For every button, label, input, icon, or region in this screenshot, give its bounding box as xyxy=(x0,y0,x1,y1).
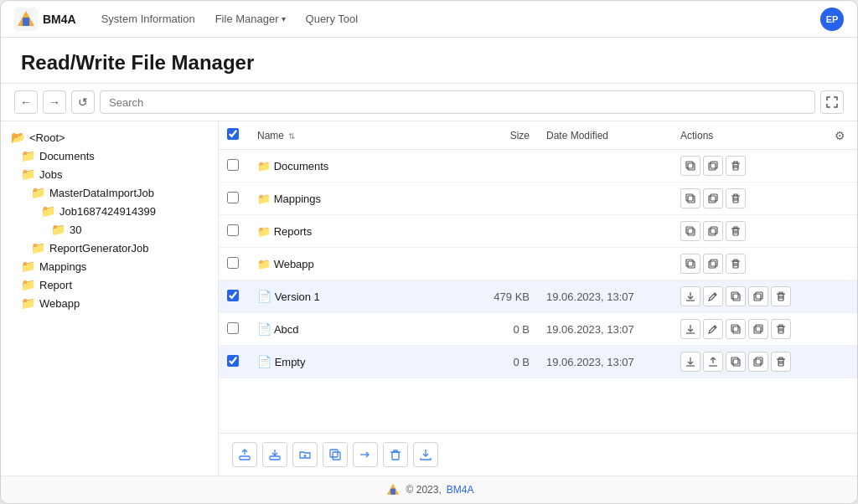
svg-rect-5 xyxy=(709,163,716,170)
duplicate-btn-mappings[interactable] xyxy=(703,188,723,208)
svg-rect-64 xyxy=(756,357,762,364)
sidebar-item-root[interactable]: 📂 <Root> xyxy=(1,128,218,147)
download-btn-abcd[interactable] xyxy=(680,319,700,339)
row-checkbox-documents[interactable] xyxy=(227,159,239,171)
name-sort-icon[interactable]: ⇅ xyxy=(288,131,295,141)
upload-btn-empty[interactable] xyxy=(703,352,723,372)
folder-icon-jobs: 📁 xyxy=(21,167,35,181)
sidebar-item-report[interactable]: 📁 Report xyxy=(1,275,218,294)
sidebar-item-30[interactable]: 📁 30 xyxy=(1,220,218,239)
copy-btn-webapp[interactable] xyxy=(680,254,700,274)
sidebar-item-documents[interactable]: 📁 Documents xyxy=(1,147,218,165)
download-btn-version1[interactable] xyxy=(680,286,700,306)
column-settings-icon[interactable]: ⚙ xyxy=(831,126,849,146)
size-column-header: Size xyxy=(510,130,530,141)
nav-query-tool[interactable]: Query Tool xyxy=(297,9,367,28)
delete-bottom-btn[interactable] xyxy=(383,442,408,467)
duplicate-btn-abcd[interactable] xyxy=(748,319,768,339)
sidebar-item-jobs[interactable]: 📁 Jobs xyxy=(1,165,218,183)
copy-btn-mappings[interactable] xyxy=(680,188,700,208)
back-button[interactable]: ← xyxy=(14,90,38,114)
delete-btn-documents[interactable] xyxy=(726,156,746,176)
svg-rect-4 xyxy=(686,162,693,168)
row-checkbox-mappings[interactable] xyxy=(227,192,239,203)
download-all-bottom-btn[interactable] xyxy=(413,442,438,467)
svg-rect-38 xyxy=(733,294,740,301)
search-input[interactable] xyxy=(100,90,815,114)
svg-rect-69 xyxy=(240,456,250,460)
page-title: Read/Write File Manager xyxy=(21,51,837,75)
row-actions-abcd xyxy=(680,319,849,339)
row-name-abcd: Abcd xyxy=(274,323,299,336)
sidebar-item-reportgeneratorjob[interactable]: 📁 ReportGeneratorJob xyxy=(1,239,218,257)
svg-rect-39 xyxy=(731,292,738,299)
download-bottom-btn[interactable] xyxy=(262,442,287,467)
sidebar-item-mappings[interactable]: 📁 Mappings xyxy=(1,257,218,275)
copy-bottom-btn[interactable] xyxy=(323,442,348,467)
logo[interactable]: BM4A xyxy=(14,8,76,31)
row-checkbox-abcd[interactable] xyxy=(227,322,239,334)
duplicate-btn-webapp[interactable] xyxy=(703,254,723,274)
bottom-toolbar xyxy=(219,433,857,476)
svg-rect-78 xyxy=(392,452,399,460)
nav-system-information[interactable]: System Information xyxy=(93,9,204,28)
new-folder-bottom-btn[interactable] xyxy=(292,442,318,467)
footer-brand-link[interactable]: BM4A xyxy=(447,484,474,496)
delete-btn-empty[interactable] xyxy=(771,352,791,372)
sidebar-item-job1687424914399[interactable]: 📁 Job1687424914399 xyxy=(1,202,218,220)
copy-btn-documents[interactable] xyxy=(680,156,700,176)
svg-rect-63 xyxy=(754,359,761,366)
row-checkbox-version1[interactable] xyxy=(227,290,239,301)
expand-button[interactable] xyxy=(820,90,844,114)
delete-btn-mappings[interactable] xyxy=(726,188,746,208)
edit-btn-abcd[interactable] xyxy=(703,319,723,339)
duplicate-btn-documents[interactable] xyxy=(703,156,723,176)
table-row: 📄 Empty 0 B 19.06.2023, 13:07 xyxy=(219,346,857,378)
select-all-checkbox[interactable] xyxy=(227,128,239,140)
row-checkbox-webapp[interactable] xyxy=(227,257,239,269)
svg-rect-71 xyxy=(270,456,280,460)
nav-file-manager[interactable]: File Manager ▾ xyxy=(207,9,294,28)
svg-rect-6 xyxy=(711,162,717,168)
delete-btn-abcd[interactable] xyxy=(771,319,791,339)
copy-btn-version1[interactable] xyxy=(726,286,746,306)
sidebar-item-masterdataimportjob[interactable]: 📁 MasterDataImportJob xyxy=(1,183,218,202)
row-name-mappings: Mappings xyxy=(274,193,321,205)
svg-rect-22 xyxy=(711,227,717,234)
svg-rect-13 xyxy=(709,196,716,203)
row-name-version1: Version 1 xyxy=(275,291,320,303)
footer-logo-icon xyxy=(385,481,401,498)
duplicate-btn-empty[interactable] xyxy=(748,352,768,372)
row-checkbox-empty[interactable] xyxy=(227,355,239,367)
svg-rect-81 xyxy=(390,489,395,495)
copy-btn-reports[interactable] xyxy=(680,221,700,241)
refresh-button[interactable]: ↺ xyxy=(71,90,95,114)
delete-btn-webapp[interactable] xyxy=(726,254,746,274)
folder-icon-job: 📁 xyxy=(41,204,55,218)
table-row: 📁 Webapp xyxy=(219,248,857,280)
navbar: BM4A System Information File Manager ▾ Q… xyxy=(1,1,857,38)
file-pane: Name ⇅ Size Date Modified Actions xyxy=(219,121,857,476)
row-checkbox-reports[interactable] xyxy=(227,224,239,236)
duplicate-btn-reports[interactable] xyxy=(703,221,723,241)
duplicate-btn-version1[interactable] xyxy=(748,286,768,306)
row-actions-documents xyxy=(680,156,849,176)
file-row-icon-version1: 📄 xyxy=(257,290,271,303)
avatar[interactable]: EP xyxy=(820,8,844,31)
svg-rect-61 xyxy=(733,359,740,366)
upload-bottom-btn[interactable] xyxy=(232,442,257,467)
page-header: Read/Write File Manager xyxy=(1,38,857,84)
copy-btn-empty[interactable] xyxy=(726,352,746,372)
move-bottom-btn[interactable] xyxy=(353,442,378,467)
delete-btn-version1[interactable] xyxy=(771,286,791,306)
edit-btn-version1[interactable] xyxy=(703,286,723,306)
file-table: Name ⇅ Size Date Modified Actions xyxy=(219,121,857,433)
row-actions-mappings xyxy=(680,188,849,208)
navbar-links: System Information File Manager ▾ Query … xyxy=(93,9,804,28)
copy-btn-abcd[interactable] xyxy=(726,319,746,339)
sidebar-item-webapp[interactable]: 📁 Webapp xyxy=(1,294,218,312)
delete-btn-reports[interactable] xyxy=(726,221,746,241)
row-name-reports: Reports xyxy=(274,225,313,238)
download-btn-empty[interactable] xyxy=(680,352,700,372)
forward-button[interactable]: → xyxy=(43,90,66,114)
